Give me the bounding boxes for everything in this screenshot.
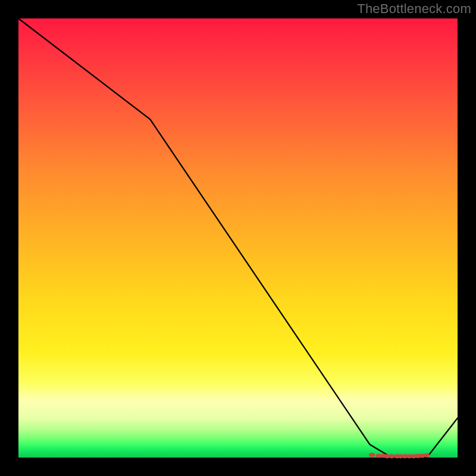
- chart-container: TheBottleneck.com: [0, 0, 476, 476]
- floor-marker: [424, 453, 430, 458]
- curve-line: [18, 18, 458, 458]
- plot-overlay: [18, 18, 458, 458]
- floor-marker: [389, 454, 394, 458]
- watermark-text: TheBottleneck.com: [357, 1, 471, 17]
- floor-marker-cluster: [369, 453, 430, 458]
- floor-marker: [369, 453, 375, 457]
